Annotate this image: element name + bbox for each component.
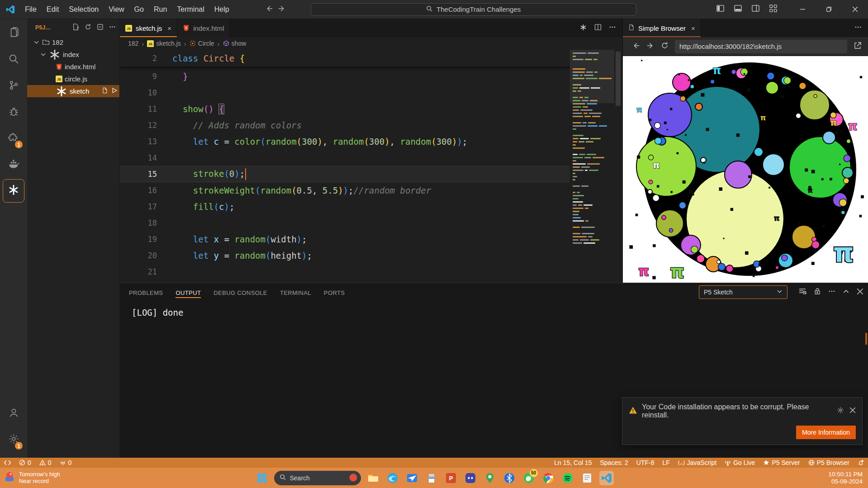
breadcrumb-sketch-js[interactable]: JSsketch.js (147, 40, 180, 47)
status-0[interactable]: 0 (56, 458, 76, 468)
notification-settings-icon[interactable] (837, 407, 844, 416)
taskbar-app-edge[interactable] (385, 471, 400, 485)
url-input[interactable]: http://localhost:3000/182\sketch.js (675, 40, 847, 53)
clear-output-icon[interactable] (798, 287, 806, 297)
code-line-20[interactable]: 20 let y = random(height); (120, 247, 570, 264)
menu-run[interactable]: Run (150, 4, 171, 15)
status-0[interactable]: 0 (15, 458, 35, 468)
run-sketch-icon[interactable] (111, 87, 118, 95)
browser-reload-icon[interactable] (661, 42, 669, 51)
status-p5-server[interactable]: P5 Server (759, 458, 804, 468)
menu-view[interactable]: View (104, 4, 128, 15)
menu-edit[interactable]: Edit (43, 4, 63, 15)
tab-index-html[interactable]: 5index.html (177, 19, 230, 37)
activity-item-search[interactable] (3, 48, 24, 71)
code-line-12[interactable]: 12 // Adds random colors (120, 117, 570, 133)
windows-start-button[interactable] (255, 471, 269, 485)
refresh-icon[interactable] (85, 24, 91, 32)
code-line-16[interactable]: 16 strokeWeight(random(0.5, 5.5));//rand… (120, 182, 570, 199)
code-editor[interactable]: 2class Circle { 9 }1011 show() {12 // Ad… (120, 50, 622, 283)
panel-scrollbar[interactable] (865, 333, 867, 345)
panel-tab-output[interactable]: OUTPUT (175, 285, 201, 300)
restore-button[interactable] (816, 0, 842, 19)
editor-scrollbar[interactable] (614, 50, 622, 283)
panel-tab-debug-console[interactable]: DEBUG CONSOLE (213, 285, 267, 300)
split-editor-icon[interactable] (594, 24, 602, 33)
activity-item-accounts[interactable] (3, 402, 24, 425)
activity-item-source-control[interactable] (3, 74, 24, 98)
close-icon[interactable]: × (167, 24, 171, 32)
tree-item-circle-js[interactable]: JScircle.js (27, 73, 119, 85)
breadcrumb-182[interactable]: 182 (128, 40, 138, 47)
forward-icon[interactable] (278, 5, 286, 14)
taskbar-app-chrome[interactable] (541, 471, 555, 485)
open-sketch-icon[interactable] (102, 87, 108, 95)
browser-more-icon[interactable] (854, 24, 862, 33)
menu-help[interactable]: Help (210, 4, 233, 15)
code-line-11[interactable]: 11 show() { (120, 101, 570, 117)
panel-more-icon[interactable] (828, 288, 835, 297)
menu-go[interactable]: Go (130, 4, 148, 15)
status-p5-browser[interactable]: P5 Browser (804, 458, 854, 468)
toggle-sidebar-icon[interactable] (716, 4, 725, 14)
taskbar-app-whatsapp[interactable]: 50 (522, 471, 536, 485)
open-external-icon[interactable] (854, 42, 862, 52)
taskbar-app-vscode[interactable] (599, 471, 614, 485)
status-go-live[interactable]: Go Live (721, 458, 759, 468)
breadcrumb-show[interactable]: show (223, 40, 247, 47)
more-actions-icon[interactable] (109, 24, 116, 32)
tree-item-index[interactable]: index (27, 48, 119, 61)
activity-item-p5[interactable] (3, 179, 24, 203)
new-file-icon[interactable] (72, 24, 79, 32)
taskbar-app-bluetooth[interactable] (502, 471, 517, 485)
status-lf[interactable]: LF (658, 458, 674, 468)
taskbar-clock[interactable]: 10:50:11 PM 05-09-2024 (828, 471, 868, 485)
menu-file[interactable]: File (21, 4, 41, 15)
taskbar-search[interactable]: Search (274, 471, 361, 485)
activity-item-debug[interactable] (3, 100, 24, 124)
activity-item-explorer[interactable] (3, 22, 24, 45)
code-line-9[interactable]: 9 } (120, 68, 570, 85)
code-line-13[interactable]: 13 let c = color(random(300), random(300… (120, 133, 570, 150)
tab-sketch-js[interactable]: JSsketch.js× (120, 19, 177, 37)
activity-item-docker[interactable] (3, 153, 24, 176)
code-line-17[interactable]: 17 fill(c); (120, 199, 570, 215)
taskbar-app-discord[interactable] (463, 471, 478, 485)
status-javascript[interactable]: {…}JavaScript (674, 458, 721, 468)
output-channel-select[interactable]: P5 Sketch (699, 285, 787, 299)
activity-item-settings[interactable]: 1 (3, 428, 24, 451)
minimap-slider[interactable] (570, 50, 614, 103)
taskbar-app-maps[interactable] (483, 471, 497, 485)
command-center-search[interactable]: TheCodingTrain Challenges (311, 3, 636, 16)
taskbar-app-file-explorer[interactable] (366, 471, 380, 485)
status-remote[interactable] (0, 458, 15, 468)
status-spaces-2[interactable]: Spaces: 2 (596, 458, 632, 468)
panel-tab-ports[interactable]: PORTS (324, 285, 345, 300)
sticky-line[interactable]: 2class Circle { (120, 50, 245, 66)
taskbar-app-notes[interactable] (580, 471, 594, 485)
close-icon[interactable]: × (691, 24, 695, 32)
tree-item-182[interactable]: 182 (27, 36, 119, 48)
lock-icon[interactable] (814, 288, 821, 297)
weather-widget[interactable]: Tomorrow's high Near record (0, 471, 60, 485)
menu-terminal[interactable]: Terminal (173, 4, 208, 15)
taskbar-app-printer[interactable] (424, 471, 439, 485)
customize-layout-icon[interactable] (769, 4, 778, 14)
tree-item-sketch[interactable]: sketch (27, 85, 119, 97)
menu-selection[interactable]: Selection (65, 4, 103, 15)
panel-tab-problems[interactable]: PROBLEMS (129, 285, 163, 300)
toggle-secondary-sidebar-icon[interactable] (751, 4, 760, 14)
notification-close-icon[interactable] (849, 407, 856, 415)
code-line-15[interactable]: 15 stroke(0); (120, 166, 570, 182)
tab-simple-browser[interactable]: Simple Browser × (623, 19, 701, 37)
panel-tab-terminal[interactable]: TERMINAL (280, 285, 311, 300)
close-button[interactable] (842, 0, 868, 19)
activity-item-extensions[interactable]: 1 (3, 127, 24, 150)
toggle-panel-icon[interactable] (734, 4, 742, 14)
taskbar-app-mail[interactable] (405, 471, 419, 485)
minimize-button[interactable] (789, 0, 816, 19)
maximize-panel-icon[interactable] (843, 288, 849, 297)
close-panel-icon[interactable] (857, 288, 863, 297)
collapse-folders-icon[interactable] (97, 24, 104, 32)
minimap[interactable] (570, 50, 614, 283)
